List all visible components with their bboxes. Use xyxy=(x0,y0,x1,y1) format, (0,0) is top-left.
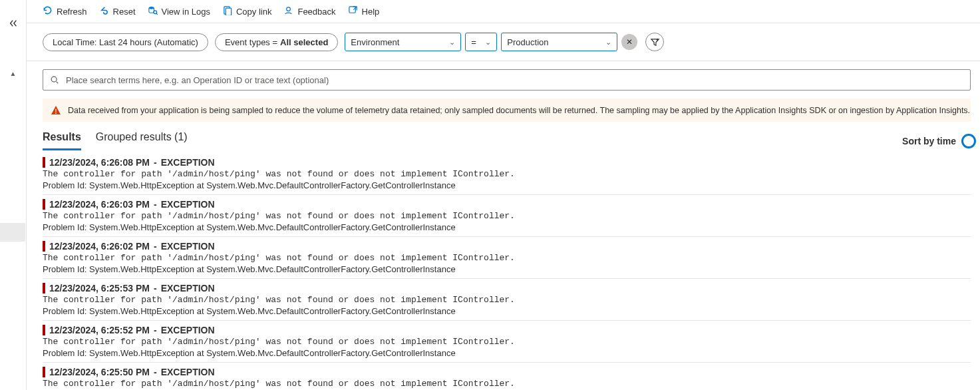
separator: - xyxy=(154,199,157,210)
filter-operator-value: = xyxy=(471,37,476,47)
tab-bar: Results Grouped results (1) Sort by time xyxy=(27,122,980,150)
rail-selection-indicator xyxy=(0,223,25,242)
result-problem-id: Problem Id: System.Web.HttpException at … xyxy=(43,180,971,190)
result-row[interactable]: 12/23/2024, 6:25:52 PM-EXCEPTIONThe cont… xyxy=(43,321,971,363)
view-in-logs-button[interactable]: View in Logs xyxy=(148,5,210,17)
svg-point-6 xyxy=(51,77,57,82)
search-wrap xyxy=(27,61,980,98)
separator: - xyxy=(154,241,157,252)
refresh-icon xyxy=(43,5,53,17)
result-row[interactable]: 12/23/2024, 6:25:53 PM-EXCEPTIONThe cont… xyxy=(43,279,971,321)
svg-rect-5 xyxy=(349,7,355,13)
result-timestamp: 12/23/2024, 6:26:02 PM xyxy=(49,241,150,252)
severity-bar xyxy=(43,367,45,377)
result-type: EXCEPTION xyxy=(161,241,215,252)
result-type: EXCEPTION xyxy=(161,199,215,210)
remove-filter-button[interactable]: ✕ xyxy=(621,34,637,50)
result-timestamp: 12/23/2024, 6:25:50 PM xyxy=(49,367,150,377)
sort-by-time-toggle[interactable]: Sort by time xyxy=(902,134,971,148)
scroll-up-icon[interactable]: ▲ xyxy=(10,70,17,77)
logs-icon xyxy=(148,5,158,17)
sort-toggle-icon xyxy=(961,134,976,148)
severity-bar xyxy=(43,199,45,210)
result-message: The controller for path '/admin/host/pin… xyxy=(43,337,971,347)
time-range-label: Local Time: Last 24 hours (Automatic) xyxy=(53,37,198,47)
svg-point-0 xyxy=(148,7,154,9)
separator: - xyxy=(154,283,157,293)
feedback-button[interactable]: Feedback xyxy=(283,5,335,17)
copy-link-button[interactable]: Copy link xyxy=(222,5,271,17)
refresh-label: Refresh xyxy=(57,7,87,17)
result-row[interactable]: 12/23/2024, 6:25:50 PM-EXCEPTIONThe cont… xyxy=(43,363,971,390)
view-in-logs-label: View in Logs xyxy=(162,7,210,17)
result-message: The controller for path '/admin/host/pin… xyxy=(43,169,971,179)
result-row[interactable]: 12/23/2024, 6:26:03 PM-EXCEPTIONThe cont… xyxy=(43,195,971,237)
svg-point-4 xyxy=(287,7,291,11)
result-timestamp: 12/23/2024, 6:25:52 PM xyxy=(49,325,150,335)
copy-link-label: Copy link xyxy=(236,7,271,17)
result-problem-id: Problem Id: System.Web.HttpException at … xyxy=(43,348,971,358)
result-timestamp: 12/23/2024, 6:26:03 PM xyxy=(49,199,150,210)
result-type: EXCEPTION xyxy=(161,367,215,377)
filter-value-select[interactable]: Production ⌄ xyxy=(501,33,617,51)
toolbar: Refresh Reset View in Logs Copy link xyxy=(27,0,980,23)
severity-bar xyxy=(43,241,45,252)
copy-link-icon xyxy=(222,5,232,17)
filter-property-select[interactable]: Environment ⌄ xyxy=(345,33,461,51)
add-filter-button[interactable] xyxy=(645,33,664,51)
severity-bar xyxy=(43,283,45,293)
chevron-down-icon: ⌄ xyxy=(485,38,491,47)
result-row[interactable]: 12/23/2024, 6:26:08 PM-EXCEPTIONThe cont… xyxy=(43,153,971,195)
separator: - xyxy=(154,325,157,335)
refresh-button[interactable]: Refresh xyxy=(43,5,87,17)
close-icon: ✕ xyxy=(626,37,633,47)
result-row[interactable]: 12/23/2024, 6:26:02 PM-EXCEPTIONThe cont… xyxy=(43,237,971,279)
result-type: EXCEPTION xyxy=(161,283,215,293)
result-type: EXCEPTION xyxy=(161,157,215,168)
filter-value-text: Production xyxy=(507,37,548,47)
results-list: 12/23/2024, 6:26:08 PM-EXCEPTIONThe cont… xyxy=(27,150,980,390)
separator: - xyxy=(154,367,157,377)
severity-bar xyxy=(43,325,45,335)
feedback-label: Feedback xyxy=(297,7,335,17)
time-range-pill[interactable]: Local Time: Last 24 hours (Automatic) xyxy=(43,33,208,51)
filter-property-value: Environment xyxy=(351,37,399,47)
sort-label: Sort by time xyxy=(902,136,956,146)
svg-rect-3 xyxy=(226,8,231,15)
reset-label: Reset xyxy=(113,7,136,17)
help-label: Help xyxy=(362,7,380,17)
chevron-down-icon: ⌄ xyxy=(605,38,611,47)
result-message: The controller for path '/admin/host/pin… xyxy=(43,295,971,305)
warning-icon xyxy=(51,105,61,116)
result-message: The controller for path '/admin/host/pin… xyxy=(43,253,971,263)
funnel-icon xyxy=(650,37,660,47)
severity-bar xyxy=(43,157,45,168)
filter-operator-select[interactable]: = ⌄ xyxy=(465,33,497,51)
help-icon xyxy=(348,5,358,17)
left-rail: ▲ xyxy=(0,0,27,390)
help-button[interactable]: Help xyxy=(348,5,380,17)
event-types-pill[interactable]: Event types = All selected xyxy=(215,33,338,51)
reset-icon xyxy=(99,5,109,17)
property-filter: Environment ⌄ = ⌄ Production ⌄ ✕ xyxy=(345,33,664,51)
reset-button[interactable]: Reset xyxy=(99,5,136,17)
filter-row: Local Time: Last 24 hours (Automatic) Ev… xyxy=(27,23,980,61)
chevron-down-icon: ⌄ xyxy=(449,38,455,47)
result-message: The controller for path '/admin/host/pin… xyxy=(43,379,971,389)
result-timestamp: 12/23/2024, 6:25:53 PM xyxy=(49,283,150,293)
event-types-prefix: Event types = xyxy=(225,37,277,47)
sampling-warning-text: Data received from your application is b… xyxy=(68,106,971,115)
tab-grouped-results[interactable]: Grouped results (1) xyxy=(96,131,188,150)
result-type: EXCEPTION xyxy=(161,325,215,335)
result-message: The controller for path '/admin/host/pin… xyxy=(43,211,971,221)
tab-results[interactable]: Results xyxy=(43,131,81,150)
search-input[interactable] xyxy=(65,75,963,86)
result-problem-id: Problem Id: System.Web.HttpException at … xyxy=(43,264,971,274)
sampling-warning-banner[interactable]: Data received from your application is b… xyxy=(43,98,971,122)
search-box[interactable] xyxy=(43,69,971,91)
collapse-rail-icon[interactable] xyxy=(9,19,18,30)
result-timestamp: 12/23/2024, 6:26:08 PM xyxy=(49,157,150,168)
result-problem-id: Problem Id: System.Web.HttpException at … xyxy=(43,222,971,232)
search-icon xyxy=(50,75,59,85)
feedback-icon xyxy=(283,5,293,17)
